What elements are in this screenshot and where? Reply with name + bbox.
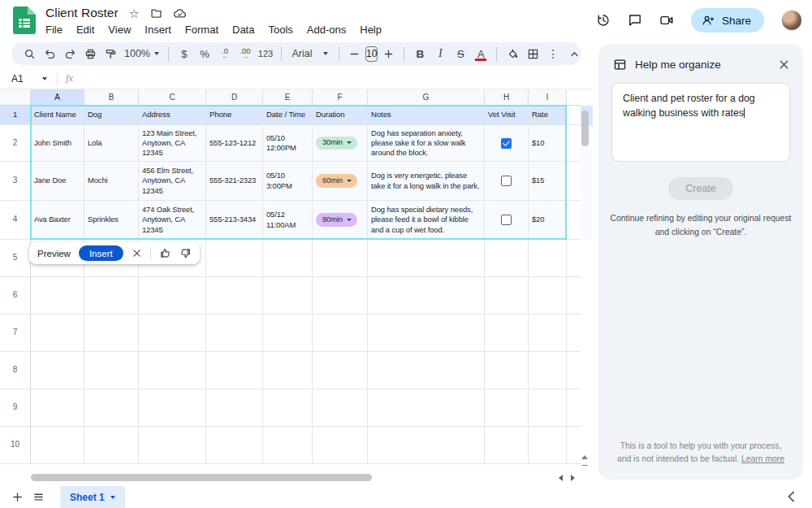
header-cell[interactable]: Dog: [84, 106, 139, 125]
client-name-cell[interactable]: Ava Baxter: [31, 201, 84, 240]
select-all-corner[interactable]: [0, 89, 31, 106]
grid-cell[interactable]: [529, 389, 567, 427]
grid-cell[interactable]: [529, 277, 567, 315]
grid-cell[interactable]: [263, 240, 313, 277]
document-title[interactable]: Client Roster: [45, 6, 119, 20]
share-button[interactable]: Share: [691, 8, 764, 33]
menu-data[interactable]: Data: [232, 24, 254, 36]
collapse-panel-icon[interactable]: [784, 489, 799, 504]
close-icon[interactable]: [132, 248, 142, 258]
column-header-i[interactable]: I: [529, 89, 567, 106]
horizontal-scroll-arrows[interactable]: [559, 475, 575, 481]
grid-cell[interactable]: [31, 389, 84, 427]
client-name-cell[interactable]: John Smith: [31, 125, 84, 162]
address-cell[interactable]: 123 Main Street, Anytown, CA 12345: [139, 125, 206, 162]
scroll-right-icon[interactable]: [571, 475, 575, 481]
grid-cell[interactable]: [529, 352, 567, 389]
column-header-c[interactable]: C: [139, 89, 206, 106]
grid-cell[interactable]: [313, 389, 368, 427]
header-cell[interactable]: Vet Visit: [485, 106, 529, 125]
grid-cell[interactable]: [368, 427, 485, 464]
grid-cell[interactable]: [567, 389, 581, 427]
redo-icon[interactable]: [60, 44, 80, 63]
scroll-down-icon[interactable]: [581, 465, 588, 466]
grid-cell[interactable]: [567, 427, 581, 464]
address-cell[interactable]: 474 Oak Street, Anytown, CA 12345: [139, 201, 206, 240]
phone-cell[interactable]: 555-321-2323: [206, 162, 263, 201]
row-number[interactable]: 6: [0, 277, 31, 315]
grid-cell[interactable]: [206, 315, 263, 352]
grid-cell[interactable]: [31, 315, 84, 352]
grid-cell[interactable]: [84, 315, 139, 352]
chevron-down-icon[interactable]: [42, 77, 47, 80]
grid-cell[interactable]: [368, 240, 485, 277]
menu-tools[interactable]: Tools: [268, 24, 292, 36]
grid-cell[interactable]: [139, 315, 206, 352]
comments-icon[interactable]: [628, 13, 642, 28]
grid-cell[interactable]: [84, 427, 139, 464]
grid-cell[interactable]: [84, 389, 139, 427]
grid-cell[interactable]: [368, 277, 485, 315]
address-cell[interactable]: 456 Elm Street, Anytown, CA 12345: [139, 162, 206, 201]
grid-cell[interactable]: [84, 352, 139, 389]
thumbs-down-icon[interactable]: [179, 247, 192, 259]
grid-cell[interactable]: [263, 277, 313, 315]
column-header-b[interactable]: B: [84, 89, 139, 106]
close-panel-icon[interactable]: [778, 59, 790, 71]
column-header-extra[interactable]: [567, 89, 581, 106]
duration-cell[interactable]: 30min: [313, 125, 368, 162]
create-button[interactable]: Create: [668, 177, 733, 200]
undo-icon[interactable]: [40, 44, 59, 63]
rate-cell[interactable]: $10: [529, 125, 567, 162]
fill-color-icon[interactable]: [503, 44, 522, 63]
grid-cell[interactable]: [567, 201, 581, 240]
column-header-d[interactable]: D: [206, 89, 263, 106]
grid-cell[interactable]: [567, 315, 581, 352]
checkbox[interactable]: [501, 215, 512, 225]
grid-cell[interactable]: [139, 277, 206, 315]
user-avatar[interactable]: [781, 10, 802, 31]
date-time-cell[interactable]: 05/10 12:00PM: [263, 125, 313, 162]
grid-cell[interactable]: [567, 240, 581, 277]
header-cell[interactable]: Client Name: [31, 106, 84, 125]
header-cell[interactable]: Duration: [313, 106, 368, 125]
dog-cell[interactable]: Mochi: [84, 162, 139, 201]
increase-decimal-button[interactable]: .00→: [235, 44, 255, 63]
grid-cell[interactable]: [263, 389, 313, 427]
grid-cell[interactable]: [529, 315, 567, 352]
grid-cell[interactable]: [313, 277, 368, 315]
header-cell[interactable]: Date / Time: [263, 106, 313, 125]
checkbox[interactable]: [501, 138, 512, 149]
grid-cell[interactable]: [567, 352, 581, 389]
grid-cell[interactable]: [485, 389, 529, 427]
collapse-toolbar-icon[interactable]: [564, 44, 581, 63]
grid-cell[interactable]: [529, 240, 567, 277]
menu-help[interactable]: Help: [360, 24, 382, 36]
header-cell[interactable]: Address: [139, 106, 206, 125]
menu-format[interactable]: Format: [185, 24, 218, 36]
scroll-up-icon[interactable]: [581, 455, 588, 459]
decrease-font-size-button[interactable]: [345, 44, 365, 63]
increase-font-size-button[interactable]: [378, 44, 398, 63]
date-time-cell[interactable]: 05/10 3:00PM: [263, 162, 313, 201]
notes-cell[interactable]: Dog is very energetic, please take it fo…: [368, 162, 485, 201]
move-folder-icon[interactable]: [150, 7, 162, 20]
column-header-e[interactable]: E: [263, 89, 313, 106]
grid-cell[interactable]: [206, 240, 263, 277]
strikethrough-button[interactable]: S: [451, 44, 470, 63]
grid-cell[interactable]: [31, 277, 84, 315]
menu-file[interactable]: File: [45, 24, 63, 36]
grid-cell[interactable]: [368, 352, 485, 389]
grid-cell[interactable]: [313, 352, 368, 389]
video-call-icon[interactable]: [659, 13, 674, 28]
row-number[interactable]: 10: [0, 427, 31, 464]
duration-chip[interactable]: 30min: [316, 137, 357, 150]
column-header-f[interactable]: F: [313, 89, 368, 106]
row-number[interactable]: 9: [0, 389, 31, 427]
phone-cell[interactable]: 555-123-1212: [206, 125, 263, 162]
grid-cell[interactable]: [485, 427, 529, 464]
date-time-cell[interactable]: 05/12 11:00AM: [263, 201, 313, 240]
dog-cell[interactable]: Lola: [84, 125, 139, 162]
grid-cell[interactable]: [485, 315, 529, 352]
row-number[interactable]: 5: [0, 240, 31, 277]
